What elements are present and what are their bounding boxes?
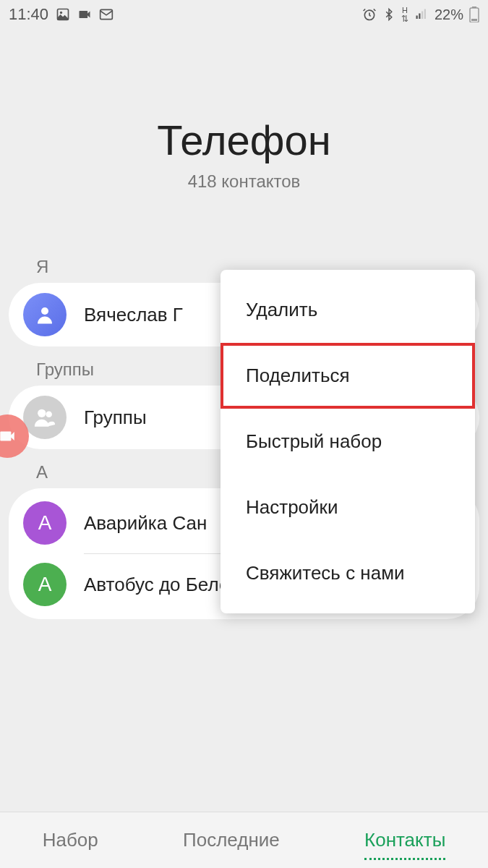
data-icon: H ⇅ — [401, 7, 408, 23]
bottom-navigation: Набор Последние Контакты — [0, 812, 488, 868]
overflow-menu: Удалить Поделиться Быстрый набор Настрой… — [221, 270, 475, 613]
svg-rect-10 — [471, 19, 477, 21]
tab-contacts[interactable]: Контакты — [350, 822, 460, 859]
mail-icon — [99, 7, 114, 22]
battery-percentage: 22% — [435, 7, 463, 23]
menu-contact-us[interactable]: Свяжитесь с нами — [221, 540, 475, 606]
svg-rect-5 — [419, 14, 420, 20]
bluetooth-icon — [382, 7, 395, 22]
tab-dial[interactable]: Набор — [28, 822, 113, 859]
groups-icon — [23, 396, 67, 439]
battery-icon — [469, 7, 479, 22]
menu-settings[interactable]: Настройки — [221, 475, 475, 540]
tab-recent[interactable]: Последние — [168, 822, 294, 859]
contact-count: 418 контактов — [0, 171, 488, 192]
page-title: Телефон — [0, 116, 488, 164]
svg-rect-6 — [421, 12, 423, 20]
videocam-icon — [77, 7, 92, 22]
app-header: Телефон 418 контактов — [0, 29, 488, 250]
svg-point-12 — [38, 409, 46, 417]
image-icon — [56, 7, 70, 22]
svg-rect-4 — [416, 16, 417, 20]
status-bar: 11:40 H ⇅ 22% — [0, 0, 488, 29]
status-time: 11:40 — [9, 5, 48, 24]
status-left: 11:40 — [9, 5, 114, 24]
svg-point-13 — [46, 412, 52, 418]
svg-point-1 — [60, 12, 62, 14]
alarm-icon — [362, 7, 377, 22]
menu-delete[interactable]: Удалить — [221, 277, 475, 343]
svg-rect-7 — [424, 9, 426, 20]
my-profile-name: Вячеслав Г — [84, 304, 183, 326]
menu-speed-dial[interactable]: Быстрый набор — [221, 409, 475, 475]
avatar: A — [23, 563, 67, 606]
avatar: A — [23, 501, 67, 545]
contact-name: Аварийка Сан — [84, 512, 207, 535]
menu-share[interactable]: Поделиться — [221, 343, 475, 409]
groups-name: Группы — [84, 407, 147, 429]
signal-icon — [414, 8, 429, 21]
status-right: H ⇅ 22% — [362, 7, 479, 23]
avatar — [23, 293, 67, 336]
svg-point-11 — [41, 307, 48, 315]
